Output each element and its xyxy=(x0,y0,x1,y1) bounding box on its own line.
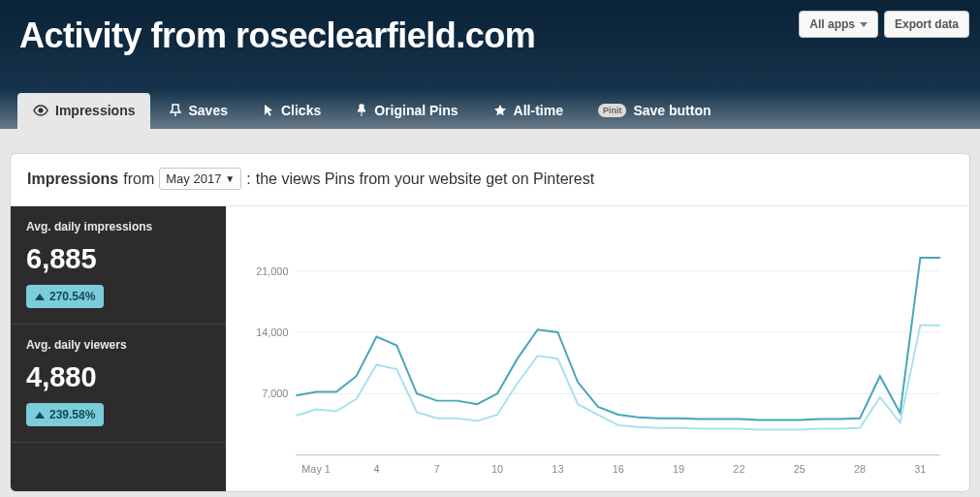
pin-icon xyxy=(170,104,181,117)
tab-label: Clicks xyxy=(281,103,321,118)
star-icon xyxy=(493,104,507,117)
tab-clicks[interactable]: Clicks xyxy=(247,93,336,129)
panel-description: the views Pins from your website get on … xyxy=(256,171,595,188)
svg-text:May 1: May 1 xyxy=(301,463,331,475)
tab-label: Impressions xyxy=(55,103,135,118)
metric-impressions[interactable]: Avg. daily impressions 6,885 270.54% xyxy=(11,206,226,325)
svg-text:7,000: 7,000 xyxy=(262,388,288,399)
panel-body: Avg. daily impressions 6,885 270.54% Avg… xyxy=(11,206,969,491)
metric-label: Avg. daily viewers xyxy=(26,338,210,352)
tab-label: Original Pins xyxy=(374,103,458,118)
svg-text:22: 22 xyxy=(733,463,744,475)
arrow-up-icon xyxy=(35,294,45,300)
delta-value: 270.54% xyxy=(49,290,95,303)
svg-text:19: 19 xyxy=(673,463,684,475)
pinit-badge-icon: Pinit xyxy=(598,104,627,117)
metric-delta: 239.58% xyxy=(26,403,104,426)
all-apps-dropdown[interactable]: All apps xyxy=(799,11,878,38)
pushpin-icon xyxy=(356,104,367,117)
metrics-sidebar: Avg. daily impressions 6,885 270.54% Avg… xyxy=(11,206,226,491)
svg-text:13: 13 xyxy=(552,463,563,475)
metric-value: 6,885 xyxy=(26,243,210,275)
svg-text:25: 25 xyxy=(794,463,806,475)
eye-icon xyxy=(33,105,48,116)
tab-impressions[interactable]: Impressions xyxy=(17,93,150,129)
period-dropdown[interactable]: May 2017 ▼ xyxy=(159,168,241,190)
tab-label: Save button xyxy=(633,103,711,118)
svg-text:31: 31 xyxy=(914,463,926,475)
impressions-line-chart: 7,00014,00021,000May 1471013161922252831 xyxy=(243,224,952,485)
svg-text:14,000: 14,000 xyxy=(256,326,288,338)
tab-saves[interactable]: Saves xyxy=(154,93,242,129)
export-data-button[interactable]: Export data xyxy=(884,11,969,38)
svg-point-0 xyxy=(39,109,43,112)
svg-text:21,000: 21,000 xyxy=(256,265,288,277)
chart-area: 7,00014,00021,000May 1471013161922252831 xyxy=(226,206,969,491)
all-apps-label: All apps xyxy=(809,17,855,31)
panel-heading: Impressions from May 2017 ▼ : the views … xyxy=(11,154,969,206)
tab-all-time[interactable]: All-time xyxy=(478,93,579,129)
analytics-panel: Impressions from May 2017 ▼ : the views … xyxy=(10,153,970,492)
cursor-icon xyxy=(263,104,274,117)
export-label: Export data xyxy=(895,17,959,31)
chevron-down-icon xyxy=(860,22,868,27)
header-controls: All apps Export data xyxy=(799,11,969,38)
arrow-up-icon xyxy=(35,412,45,419)
tab-bar: Impressions Saves Clicks Original Pins A… xyxy=(17,93,727,129)
svg-text:10: 10 xyxy=(491,463,503,475)
tab-label: All-time xyxy=(514,103,563,118)
svg-text:4: 4 xyxy=(373,463,379,475)
metric-label: Avg. daily impressions xyxy=(26,220,210,233)
tab-original-pins[interactable]: Original Pins xyxy=(340,93,473,129)
period-label: May 2017 xyxy=(166,171,221,186)
metric-viewers[interactable]: Avg. daily viewers 4,880 239.58% xyxy=(11,325,226,443)
svg-text:28: 28 xyxy=(854,463,866,475)
tab-label: Saves xyxy=(188,103,227,118)
tab-save-button[interactable]: Pinit Save button xyxy=(583,93,727,129)
metric-value: 4,880 xyxy=(26,361,210,393)
panel-colon: : xyxy=(246,171,250,188)
panel-from-word: from xyxy=(123,171,154,188)
page-header: Activity from roseclearfield.com All app… xyxy=(0,0,980,129)
delta-value: 239.58% xyxy=(49,408,95,421)
panel-metric-name: Impressions xyxy=(27,171,118,188)
svg-text:7: 7 xyxy=(434,463,440,475)
svg-text:16: 16 xyxy=(613,463,624,475)
metric-delta: 270.54% xyxy=(26,285,104,308)
chevron-down-icon: ▼ xyxy=(225,173,235,184)
